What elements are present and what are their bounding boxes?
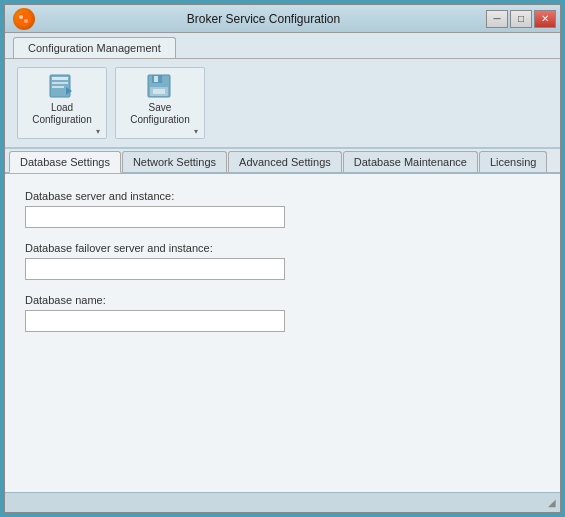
tab-database-settings[interactable]: Database Settings (9, 151, 121, 173)
svg-point-1 (19, 15, 23, 19)
load-configuration-label: Load Configuration (24, 102, 100, 126)
main-window: Broker Service Configuration ─ □ ✕ Confi… (4, 4, 561, 513)
svg-rect-10 (154, 76, 158, 82)
svg-rect-4 (52, 77, 68, 80)
database-name-input[interactable] (25, 310, 285, 332)
svg-rect-12 (153, 89, 165, 94)
svg-point-2 (24, 19, 28, 23)
tab-database-maintenance[interactable]: Database Maintenance (343, 151, 478, 172)
svg-rect-5 (52, 82, 68, 84)
failover-server-input[interactable] (25, 258, 285, 280)
app-logo (13, 8, 35, 30)
save-configuration-button[interactable]: Save Configuration ▾ (115, 67, 205, 139)
outer-tab-bar: Configuration Management (5, 33, 560, 59)
load-configuration-button[interactable]: Load Configuration ▾ (17, 67, 107, 139)
svg-point-0 (17, 12, 31, 26)
save-configuration-label: Save Configuration (122, 102, 198, 126)
database-server-input[interactable] (25, 206, 285, 228)
window-controls: ─ □ ✕ (486, 10, 556, 28)
tab-advanced-settings[interactable]: Advanced Settings (228, 151, 342, 172)
inner-tab-bar: Database Settings Network Settings Advan… (5, 149, 560, 174)
field2-group: Database failover server and instance: (25, 242, 540, 280)
minimize-button[interactable]: ─ (486, 10, 508, 28)
save-dropdown-arrow: ▾ (122, 127, 198, 136)
content-area: Database server and instance: Database f… (5, 174, 560, 492)
title-bar: Broker Service Configuration ─ □ ✕ (5, 5, 560, 33)
field3-group: Database name: (25, 294, 540, 332)
restore-button[interactable]: □ (510, 10, 532, 28)
toolbar: Load Configuration ▾ Save Configuration … (5, 59, 560, 149)
tab-configuration-management[interactable]: Configuration Management (13, 37, 176, 58)
field1-label: Database server and instance: (25, 190, 540, 202)
status-bar: ◢ (5, 492, 560, 512)
tab-licensing[interactable]: Licensing (479, 151, 547, 172)
resize-grip: ◢ (548, 497, 556, 508)
svg-rect-6 (52, 86, 64, 88)
save-icon (145, 72, 175, 100)
load-dropdown-arrow: ▾ (24, 127, 100, 136)
close-button[interactable]: ✕ (534, 10, 556, 28)
field1-group: Database server and instance: (25, 190, 540, 228)
field2-label: Database failover server and instance: (25, 242, 540, 254)
window-title: Broker Service Configuration (41, 12, 486, 26)
field3-label: Database name: (25, 294, 540, 306)
tab-network-settings[interactable]: Network Settings (122, 151, 227, 172)
load-icon (47, 72, 77, 100)
